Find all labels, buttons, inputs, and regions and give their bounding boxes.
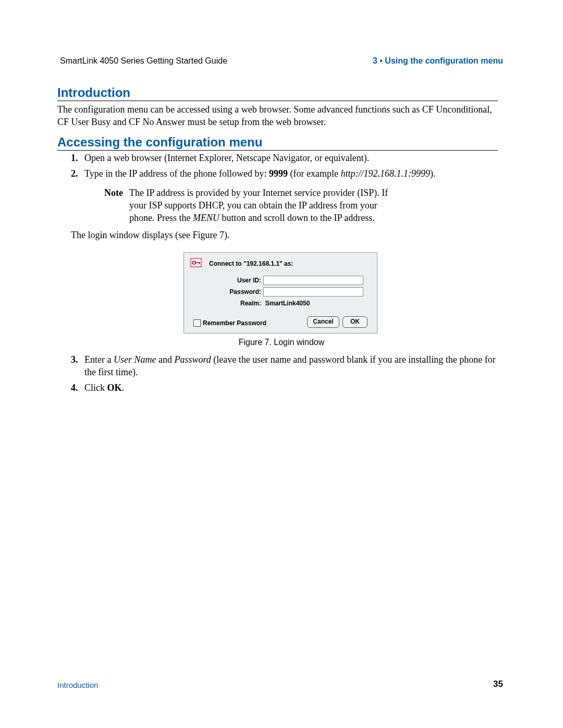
userid-label: User ID:: [214, 277, 261, 284]
ordered-list: 3. Enter a User Name and Password (leave…: [71, 353, 498, 397]
text: .: [122, 382, 125, 393]
remember-password-checkbox[interactable]: Remember Password: [193, 319, 266, 327]
text: (for example: [288, 168, 340, 179]
running-header-right: 3 • Using the configuration menu: [373, 56, 503, 66]
realm-value: SmartLink4050: [265, 300, 310, 307]
list-text: Open a web browser (Internet Explorer, N…: [84, 152, 498, 164]
ok-button[interactable]: OK: [342, 316, 368, 328]
list-item: 3. Enter a User Name and Password (leave…: [71, 353, 498, 378]
note-text: The IP address is provided by your Inter…: [129, 187, 400, 224]
list-number: 1.: [71, 152, 84, 164]
text: and: [156, 354, 174, 365]
cancel-button[interactable]: Cancel: [307, 316, 339, 328]
paragraph-login-line: The login window displays (see Figure 7)…: [71, 230, 229, 241]
text: Type in the IP address of the phone foll…: [84, 168, 269, 179]
password-input[interactable]: [263, 287, 363, 297]
note-block: Note The IP address is provided by your …: [89, 187, 500, 224]
rule: [57, 101, 498, 101]
bold-text: OK: [107, 382, 122, 393]
ordered-list: 1. Open a web browser (Internet Explorer…: [71, 152, 498, 183]
footer-section-name: Introduction: [57, 681, 98, 689]
remember-label: Remember Password: [203, 319, 266, 327]
paragraph-introduction: The configuration menu can be accessed u…: [57, 103, 498, 128]
list-item: 1. Open a web browser (Internet Explorer…: [71, 152, 498, 164]
list-text: Enter a User Name and Password (leave th…: [84, 353, 498, 378]
login-title: Connect to "192.168.1.1" as:: [209, 260, 293, 267]
key-icon: [190, 258, 202, 267]
list-item: 4. Click OK.: [71, 381, 498, 394]
bold-text: 9999: [269, 168, 288, 179]
figure-caption: Figure 7. Login window: [0, 338, 563, 347]
italic-text: Password: [174, 354, 211, 365]
italic-text: User Name: [114, 354, 156, 365]
note-label: Note: [89, 187, 129, 224]
list-item: 2. Type in the IP address of the phone f…: [71, 167, 498, 180]
text: Click: [84, 382, 107, 393]
italic-text: MENU: [193, 213, 219, 223]
italic-text: http://192.168.1.1:9999: [340, 168, 430, 179]
list-text: Click OK.: [84, 381, 498, 394]
heading-introduction: Introduction: [57, 85, 130, 100]
list-number: 2.: [71, 167, 84, 180]
text: Enter a: [84, 354, 114, 365]
document-page: SmartLink 4050 Series Getting Started Gu…: [0, 0, 563, 728]
text: ).: [430, 168, 436, 179]
page-number: 35: [493, 679, 503, 689]
rule: [57, 150, 498, 151]
text: button and scroll down to the IP address…: [219, 213, 375, 223]
running-header-left: SmartLink 4050 Series Getting Started Gu…: [60, 56, 227, 66]
heading-accessing: Accessing the configuration menu: [57, 135, 262, 150]
list-text: Type in the IP address of the phone foll…: [84, 167, 498, 180]
login-window: Connect to "192.168.1.1" as: User ID: Pa…: [183, 252, 377, 334]
list-number: 3.: [71, 353, 84, 378]
password-label: Password:: [214, 288, 261, 295]
list-number: 4.: [71, 381, 84, 394]
userid-input[interactable]: [263, 276, 363, 285]
realm-label: Realm:: [214, 300, 261, 307]
checkbox-icon: [193, 319, 201, 327]
